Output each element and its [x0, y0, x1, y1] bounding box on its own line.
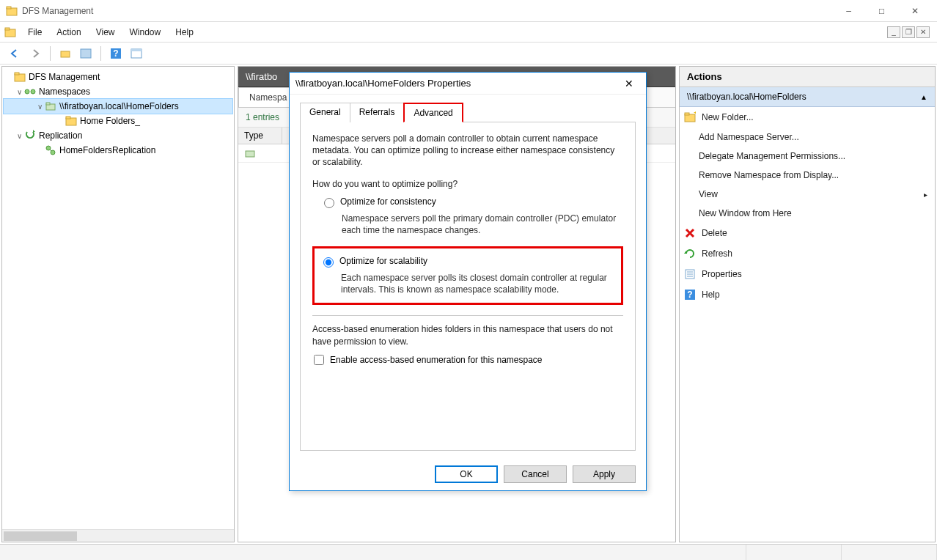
svg-rect-1 [7, 7, 11, 9]
divider [312, 315, 623, 316]
action-refresh[interactable]: Refresh [680, 243, 935, 264]
action-properties[interactable]: Properties [680, 264, 935, 284]
action-new-window[interactable]: New Window from Here [680, 204, 935, 223]
mdi-close[interactable]: ✕ [916, 26, 930, 38]
checkbox-abe-input[interactable] [314, 355, 324, 365]
actions-section[interactable]: \\firatboyan.local\HomeFolders ▲ [680, 87, 935, 107]
tab-advanced[interactable]: Advanced [403, 103, 463, 122]
apply-button[interactable]: Apply [573, 465, 636, 483]
action-add-ns-server[interactable]: Add Namespace Server... [680, 128, 935, 147]
action-new-folder[interactable]: ✦ New Folder... [680, 107, 935, 128]
properties-dialog: \\firatboyan.local\HomeFolders Propertie… [289, 72, 647, 491]
dialog-button-row: OK Cancel Apply [435, 465, 636, 483]
radio-scalability-label: Optimize for scalability [339, 256, 427, 266]
tree-root-label: DFS Management [29, 72, 100, 82]
apply-button-label: Apply [593, 469, 615, 479]
status-bar [0, 544, 937, 560]
ok-button[interactable]: OK [435, 465, 498, 483]
radio-scalability[interactable]: Optimize for scalability [323, 256, 612, 268]
mdi-minimize[interactable]: _ [887, 26, 900, 38]
action-delegate[interactable]: Delegate Management Permissions... [680, 147, 935, 166]
svg-text:?: ? [113, 48, 118, 59]
tree-pane: DFS Management ∨ Namespaces ∨ \\firatboy… [1, 66, 235, 542]
back-button[interactable] [6, 45, 23, 62]
tree-namespace-path-label: \\firatboyan.local\HomeFolders [59, 101, 179, 111]
action-add-ns-server-label: Add Namespace Server... [699, 132, 799, 142]
action-delete-label: Delete [702, 228, 727, 238]
actions-header: Actions [680, 67, 935, 87]
radio-consistency[interactable]: Optimize for consistency [324, 196, 623, 208]
tab-referrals[interactable]: Referrals [350, 103, 405, 122]
highlight-box: Optimize for scalability Each namespace … [312, 246, 623, 305]
action-new-window-label: New Window from Here [699, 208, 792, 218]
svg-rect-17 [66, 117, 70, 119]
action-properties-label: Properties [702, 269, 742, 279]
dfs-root-icon [14, 71, 26, 83]
minimize-button[interactable]: – [832, 1, 865, 21]
help-button[interactable]: ? [107, 45, 125, 62]
folder-icon [65, 115, 77, 127]
tree-namespace-path[interactable]: ∨ \\firatboyan.local\HomeFolders [4, 99, 232, 114]
actions-section-label: \\firatboyan.local\HomeFolders [687, 92, 806, 102]
tree-home-folders[interactable]: Home Folders_ [4, 114, 232, 128]
refresh-icon [684, 248, 696, 259]
svg-rect-9 [131, 49, 142, 51]
action-view-label: View [699, 189, 718, 199]
radio-scalability-input[interactable] [323, 257, 334, 268]
namespaces-icon [24, 86, 36, 97]
radio-consistency-input[interactable] [324, 198, 334, 208]
forward-button[interactable] [26, 45, 44, 62]
checkbox-abe-label: Enable access-based enumeration for this… [330, 355, 543, 365]
tree-replication-group-label: HomeFoldersReplication [59, 145, 155, 155]
mdi-restore[interactable]: ❐ [902, 26, 915, 38]
menu-view[interactable]: View [89, 24, 122, 40]
window-title: DFS Management [22, 6, 832, 16]
dialog-title: \\firatboyan.local\HomeFolders Propertie… [295, 78, 618, 89]
dialog-question: How do you want to optimize polling? [312, 179, 623, 189]
svg-rect-15 [46, 103, 50, 105]
title-bar: DFS Management – □ ✕ [0, 0, 937, 22]
toolbar-btn-3[interactable] [128, 45, 145, 62]
maximize-button[interactable]: □ [865, 1, 898, 21]
cancel-button[interactable]: Cancel [504, 465, 567, 483]
menu-file[interactable]: File [21, 24, 49, 40]
menu-help[interactable]: Help [168, 24, 201, 40]
action-new-folder-label: New Folder... [702, 112, 754, 122]
tree-replication-group[interactable]: HomeFoldersReplication [4, 143, 232, 158]
twisty-icon[interactable]: ∨ [34, 103, 45, 111]
tree-namespaces-label: Namespaces [39, 86, 90, 97]
delete-icon [684, 227, 696, 239]
help-icon: ? [684, 289, 696, 301]
menu-action[interactable]: Action [49, 24, 88, 40]
svg-text:✦: ✦ [693, 111, 696, 118]
twisty-icon[interactable]: ∨ [14, 88, 24, 96]
replication-group-icon [45, 144, 56, 156]
tree-root[interactable]: DFS Management [4, 70, 232, 84]
menu-bar: File Action View Window Help _ ❐ ✕ [0, 22, 937, 43]
action-help[interactable]: ? Help [680, 284, 935, 305]
dialog-titlebar: \\firatboyan.local\HomeFolders Propertie… [290, 73, 646, 95]
tree-home-folders-label: Home Folders_ [80, 116, 140, 126]
tab-content-advanced: Namespace servers poll a domain controll… [300, 122, 636, 451]
svg-rect-3 [5, 28, 10, 30]
col-type[interactable]: Type [238, 128, 282, 144]
toolbar-btn-2[interactable] [77, 45, 95, 62]
tree-scrollbar[interactable] [2, 529, 234, 542]
action-delete[interactable]: Delete [680, 223, 935, 243]
toolbar-btn-1[interactable] [56, 45, 74, 62]
svg-rect-5 [81, 49, 91, 58]
tree-replication[interactable]: ∨ Replication [4, 128, 232, 143]
svg-text:?: ? [687, 290, 692, 300]
menu-window[interactable]: Window [122, 24, 169, 40]
ok-button-label: OK [460, 469, 472, 479]
mdi-controls: _ ❐ ✕ [887, 26, 930, 38]
action-view[interactable]: View ▸ [680, 185, 935, 204]
tree-namespaces[interactable]: ∨ Namespaces [4, 84, 232, 99]
tab-general[interactable]: General [300, 103, 350, 122]
action-remove-display[interactable]: Remove Namespace from Display... [680, 166, 935, 185]
twisty-icon[interactable]: ∨ [14, 132, 24, 140]
checkbox-abe[interactable]: Enable access-based enumeration for this… [314, 355, 623, 365]
close-button[interactable]: ✕ [898, 1, 931, 21]
svg-rect-4 [61, 51, 70, 57]
dialog-close-button[interactable]: ✕ [618, 78, 640, 89]
